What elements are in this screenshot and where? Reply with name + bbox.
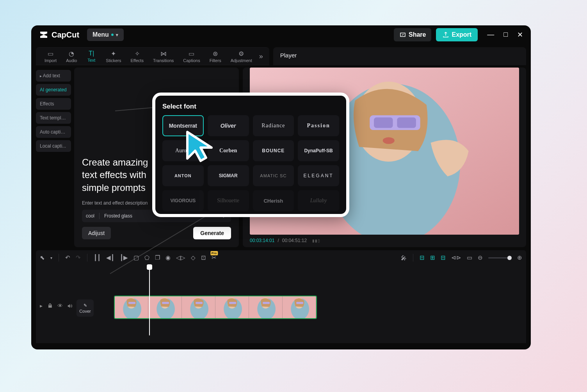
tool-tab-text[interactable]: T|Text bbox=[82, 48, 101, 64]
zoom-slider[interactable] bbox=[488, 257, 512, 258]
time-current: 00:03:14:01 bbox=[250, 238, 274, 243]
cover-button[interactable]: ✎ Cover bbox=[76, 299, 94, 317]
svg-rect-26 bbox=[263, 302, 270, 304]
adjustment-icon: ⚙ bbox=[238, 50, 244, 57]
video-clip[interactable] bbox=[114, 296, 317, 319]
tool-tab-adjustment[interactable]: ⚙Adjustment bbox=[226, 48, 257, 64]
ai-headline-line: Create amazing bbox=[82, 157, 148, 167]
speed-icon[interactable]: ◉ bbox=[165, 254, 171, 261]
mirror-icon[interactable]: ◁▷ bbox=[176, 254, 185, 261]
split-icon[interactable]: ┃┃ bbox=[94, 254, 101, 261]
tool-tabs-more[interactable]: » bbox=[257, 52, 265, 61]
tool-tab-label: Audio bbox=[66, 58, 77, 63]
redo-icon[interactable]: ↷ bbox=[76, 254, 81, 261]
prompt-tag: Frosted glass bbox=[104, 213, 132, 219]
tool-tab-import[interactable]: ▭Import bbox=[40, 48, 61, 64]
adjust-button[interactable]: Adijust bbox=[82, 227, 111, 239]
window-controls: ― □ ✕ bbox=[487, 30, 523, 39]
rotate-icon[interactable]: ◇ bbox=[191, 254, 196, 261]
track-visibility-icon[interactable]: 👁 bbox=[57, 303, 63, 309]
menu-label: Menu bbox=[92, 31, 109, 38]
playhead[interactable] bbox=[149, 265, 150, 335]
font-option-amatic-sc[interactable]: AMATIC SC bbox=[253, 165, 294, 186]
sidebar-item-ai-generated[interactable]: AI generated bbox=[36, 84, 71, 96]
share-label: Share bbox=[409, 31, 426, 38]
shield-icon[interactable]: ⬠ bbox=[144, 254, 149, 261]
player-title: Player bbox=[280, 52, 519, 59]
tool-tab-stickers[interactable]: ✦Stickers bbox=[101, 48, 126, 64]
tool-tab-effects[interactable]: ✧Effects bbox=[126, 48, 148, 64]
captions-icon: ▭ bbox=[189, 50, 194, 57]
magnet-center-icon[interactable]: ⊞ bbox=[430, 254, 435, 261]
font-option-bounce[interactable]: BOUNCE bbox=[253, 140, 294, 161]
maximize-button[interactable]: □ bbox=[503, 30, 508, 39]
svg-rect-22 bbox=[229, 302, 236, 304]
frame-crop-icon[interactable]: ⊡ bbox=[201, 254, 206, 261]
zoom-fit-icon[interactable]: ⊕ bbox=[517, 254, 522, 261]
cursor-pointer-icon bbox=[183, 128, 222, 167]
pointer-tool-icon[interactable]: ⬉ bbox=[40, 254, 45, 261]
font-option-anton[interactable]: ANTON bbox=[162, 165, 204, 186]
font-option-cherish[interactable]: CHerish bbox=[253, 190, 294, 211]
time-separator: / bbox=[277, 238, 279, 243]
font-option-vigorous[interactable]: VIGOROUS bbox=[162, 190, 204, 211]
magnet-left-icon[interactable]: ⊟ bbox=[420, 254, 425, 261]
menu-button[interactable]: Menu ▾ bbox=[87, 29, 124, 41]
font-option-silhouette[interactable]: Silhouette bbox=[208, 190, 249, 211]
tool-tab-captions[interactable]: ▭Captions bbox=[178, 48, 205, 64]
sidebar-item-text-template[interactable]: Text template bbox=[36, 112, 71, 124]
font-option-radiance[interactable]: Radiance bbox=[253, 115, 294, 136]
export-label: Export bbox=[452, 31, 471, 38]
svg-rect-30 bbox=[296, 302, 303, 304]
font-option-lullaby[interactable]: Lullaby bbox=[298, 190, 339, 211]
font-option-dynapuff-sb[interactable]: DynaPuff-SB bbox=[298, 140, 339, 161]
prompt-tag: cool bbox=[86, 213, 94, 219]
export-button[interactable]: Export bbox=[436, 28, 478, 41]
font-option-passion[interactable]: Passion bbox=[298, 115, 339, 136]
sidebar-item-local-capti-[interactable]: Local capti... bbox=[36, 140, 71, 152]
trim-left-icon[interactable]: ◀┃ bbox=[106, 254, 114, 261]
font-option-sigmar[interactable]: SIGMAR bbox=[208, 165, 249, 186]
track-video-icon[interactable]: ▸ bbox=[40, 303, 43, 309]
timeline-ruler[interactable] bbox=[36, 265, 526, 273]
tool-tab-transitions[interactable]: ⋈Transitions bbox=[148, 48, 178, 64]
magnet-right-icon[interactable]: ⊟ bbox=[441, 254, 446, 261]
snap-icon[interactable]: ⊲⊳ bbox=[451, 254, 461, 261]
track-lock-icon[interactable]: 🔒︎ bbox=[47, 303, 53, 309]
timeline[interactable]: ▸ 🔒︎ 👁 🔊︎ ✎ Cover bbox=[36, 265, 526, 343]
zoom-out-icon[interactable]: ⊖ bbox=[478, 254, 483, 261]
chevron-down-icon: ▾ bbox=[116, 32, 118, 37]
export-icon bbox=[442, 31, 449, 38]
generate-button[interactable]: Generate bbox=[193, 227, 231, 239]
tool-tab-label: Filters bbox=[210, 58, 221, 63]
sidebar-item-add-text[interactable]: Add text bbox=[36, 70, 71, 82]
trim-right-icon[interactable]: ┃▶ bbox=[120, 254, 128, 261]
tool-tab-audio[interactable]: ◔Audio bbox=[61, 48, 82, 64]
tool-tab-filters[interactable]: ⊛Filters bbox=[205, 48, 226, 64]
clip-thumbnail bbox=[182, 296, 215, 318]
share-icon bbox=[399, 31, 406, 38]
track-mute-icon[interactable]: 🔊︎ bbox=[68, 303, 73, 309]
sidebar-item-auto-captio-[interactable]: Auto captio... bbox=[36, 126, 71, 138]
share-button[interactable]: Share bbox=[394, 28, 431, 41]
undo-icon[interactable]: ↶ bbox=[65, 254, 70, 261]
font-option-elegant[interactable]: ELEGANT bbox=[298, 165, 339, 186]
filters-icon: ⊛ bbox=[213, 50, 218, 57]
ai-headline-line: simple prompts bbox=[82, 182, 146, 193]
cutout-pro-icon[interactable]: ✂Pro bbox=[212, 254, 217, 261]
audio-icon: ◔ bbox=[69, 50, 74, 57]
edit-icon: ✎ bbox=[84, 303, 87, 308]
player-header: Player bbox=[273, 47, 526, 65]
close-button[interactable]: ✕ bbox=[517, 30, 523, 39]
minimize-button[interactable]: ― bbox=[487, 30, 494, 39]
cover-label: Cover bbox=[79, 309, 91, 314]
mic-icon[interactable]: 🎤︎ bbox=[401, 255, 407, 261]
sidebar-item-effects[interactable]: Effects bbox=[36, 98, 71, 110]
track-options-icon[interactable]: ▭ bbox=[467, 254, 472, 261]
text-icon: T| bbox=[89, 50, 94, 57]
tool-tabs: ▭Import◔AudioT|Text✦Stickers✧Effects⋈Tra… bbox=[36, 47, 269, 65]
svg-rect-4 bbox=[374, 118, 393, 128]
copy-icon[interactable]: ❐ bbox=[155, 254, 160, 261]
pointer-dropdown-icon[interactable]: ▾ bbox=[50, 256, 52, 260]
app-name: CapCut bbox=[52, 30, 79, 39]
